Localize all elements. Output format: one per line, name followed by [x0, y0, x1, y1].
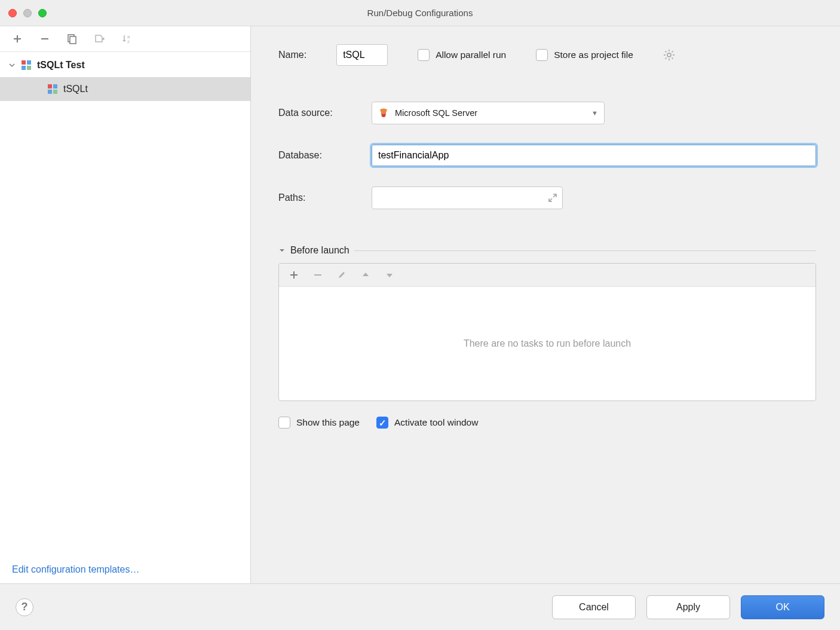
move-up-icon[interactable]	[359, 268, 372, 282]
mssql-icon	[378, 108, 389, 118]
tsqlt-category-icon	[22, 60, 32, 70]
divider	[354, 250, 816, 251]
name-input[interactable]	[336, 44, 388, 66]
show-this-page-label: Show this page	[296, 417, 360, 428]
name-row: Name: Allow parallel run Store as projec…	[278, 44, 816, 66]
data-source-label: Data source:	[278, 108, 372, 118]
allow-parallel-run-label: Allow parallel run	[436, 50, 506, 60]
before-launch-empty-message: There are no tasks to run before launch	[279, 287, 816, 400]
svg-text:z: z	[127, 39, 130, 44]
sort-alphabetical-icon[interactable]: az	[121, 32, 134, 45]
tree-item-tsqlt[interactable]: tSQLt	[0, 77, 250, 101]
main-area: az tSQLt Test	[0, 26, 840, 583]
activate-tool-window-label: Activate tool window	[394, 417, 478, 428]
apply-button[interactable]: Apply	[646, 595, 730, 619]
gear-icon[interactable]	[663, 49, 675, 61]
config-form-grid: Data source: Microsoft SQL Server ▼ Data…	[278, 102, 816, 209]
window-controls	[8, 9, 47, 17]
checkbox-icon	[536, 49, 548, 61]
expand-icon[interactable]	[548, 193, 557, 203]
zoom-window-button[interactable]	[38, 9, 47, 17]
sidebar-toolbar: az	[0, 26, 250, 52]
tree-group-label: tSQLt Test	[37, 60, 85, 71]
configurations-tree: tSQLt Test tSQLt	[0, 52, 250, 556]
chevron-down-icon: ▼	[591, 109, 598, 117]
configurations-sidebar: az tSQLt Test	[0, 26, 251, 583]
activate-tool-window-checkbox[interactable]: Activate tool window	[376, 417, 478, 429]
move-down-icon[interactable]	[383, 268, 396, 282]
name-label: Name:	[278, 50, 306, 60]
edit-task-icon[interactable]	[335, 268, 348, 282]
remove-task-icon[interactable]	[311, 268, 324, 282]
data-source-dropdown[interactable]: Microsoft SQL Server ▼	[372, 102, 605, 124]
copy-configuration-icon[interactable]	[66, 32, 79, 45]
minimize-window-button[interactable]	[23, 9, 32, 17]
save-configuration-icon[interactable]	[93, 32, 106, 45]
paths-label: Paths:	[278, 192, 372, 203]
before-launch-toolbar	[279, 264, 816, 287]
before-launch-header[interactable]: Before launch	[278, 245, 816, 256]
checkbox-checked-icon	[376, 417, 388, 429]
show-this-page-checkbox[interactable]: Show this page	[278, 417, 360, 429]
add-configuration-icon[interactable]	[11, 32, 24, 45]
svg-rect-1	[70, 36, 76, 44]
database-input[interactable]	[372, 145, 816, 166]
tree-item-label: tSQLt	[63, 84, 88, 94]
store-as-project-file-label: Store as project file	[554, 50, 633, 60]
chevron-down-icon	[8, 62, 17, 69]
configuration-form: Name: Allow parallel run Store as projec…	[251, 26, 840, 583]
edit-templates-link[interactable]: Edit configuration templates…	[12, 564, 139, 574]
chevron-down-icon	[278, 247, 286, 254]
paths-input[interactable]	[372, 186, 563, 209]
launch-options-row: Show this page Activate tool window	[278, 417, 816, 429]
database-label: Database:	[278, 150, 372, 161]
ok-button[interactable]: OK	[741, 595, 824, 619]
remove-configuration-icon[interactable]	[38, 32, 51, 45]
checkbox-icon	[278, 417, 290, 429]
close-window-button[interactable]	[8, 9, 17, 17]
store-as-project-file-checkbox[interactable]: Store as project file	[536, 49, 633, 61]
svg-point-4	[667, 53, 671, 57]
before-launch-panel: There are no tasks to run before launch	[278, 263, 816, 401]
add-task-icon[interactable]	[287, 268, 301, 282]
dialog-buttons: Cancel Apply OK	[552, 595, 824, 619]
cancel-button[interactable]: Cancel	[552, 595, 636, 619]
before-launch-section: Before launch	[278, 245, 816, 429]
titlebar: Run/Debug Configurations	[0, 0, 840, 26]
tsqlt-config-icon	[48, 84, 59, 94]
checkbox-icon	[418, 49, 430, 61]
data-source-value: Microsoft SQL Server	[395, 108, 477, 118]
sidebar-footer: Edit configuration templates…	[0, 556, 250, 583]
allow-parallel-run-checkbox[interactable]: Allow parallel run	[418, 49, 506, 61]
tree-group-tsqlt-test[interactable]: tSQLt Test	[0, 53, 250, 77]
before-launch-title: Before launch	[290, 245, 350, 256]
dialog-button-bar: ? Cancel Apply OK	[0, 583, 840, 630]
help-button[interactable]: ?	[16, 598, 33, 616]
window-title: Run/Debug Configurations	[0, 8, 840, 18]
